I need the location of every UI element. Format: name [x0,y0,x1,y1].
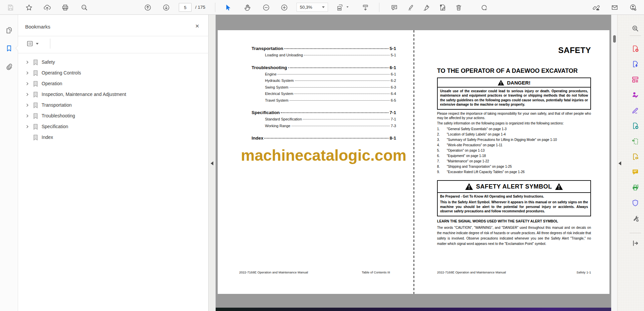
chevron-right-icon[interactable] [25,71,30,75]
chevron-right-icon[interactable] [25,114,30,118]
toc-section-title: Transportation [252,46,283,51]
list-item: 2."Location of Safety Labels" on page 1-… [437,133,591,136]
expand-tools-panel-icon[interactable] [619,161,621,165]
send-for-comments-icon[interactable] [631,152,640,161]
toc-page-number: 6-3 [391,85,396,89]
bookmarks-icon[interactable] [4,44,14,53]
signal-words-paragraph: The words "CAUTION", "WARNING", and "DAN… [437,225,591,247]
document-view: Transportation5-1 Loading and Unloading5… [209,15,611,311]
tools-divider [630,233,641,233]
edit-pdf-icon[interactable] [631,75,640,84]
print-icon[interactable] [61,3,69,12]
bookmark-item-transportation[interactable]: Transportation [18,100,209,111]
bookmark-label: Operation [42,81,62,86]
create-pdf-icon[interactable] [631,44,640,53]
bookmark-item-operating-controls[interactable]: Operating Controls [18,68,209,79]
share-link-icon[interactable] [592,3,600,12]
footer-manual-title: 2022-7168E Operation and Maintenance Man… [239,270,308,274]
bookmark-item-specification[interactable]: Specification [18,121,209,132]
attachments-icon[interactable] [4,62,14,71]
zoom-out-icon[interactable] [262,3,270,12]
search-icon[interactable] [80,3,89,12]
comment-icon[interactable] [390,3,398,12]
page-number-input[interactable] [179,3,192,12]
chevron-right-icon[interactable] [25,60,30,64]
trash-icon[interactable] [454,3,463,12]
save-icon[interactable] [6,3,15,12]
page-scrolling-icon[interactable] [361,3,370,12]
bookmark-options-icon[interactable] [26,40,34,47]
highlight-icon[interactable] [406,3,415,12]
footer-page-label: Table of Contents III [362,270,390,274]
zoom-in-icon[interactable] [280,3,288,12]
protect-icon[interactable] [631,199,640,207]
top-toolbar: / 175 50,3% [0,0,644,15]
star-icon[interactable] [24,3,33,12]
warning-triangle-icon [465,183,473,190]
list-item: 8."Shipping and Transportation" on page … [437,165,591,168]
danger-box: DANGER! Unsafe use of the excavator coul… [437,77,591,110]
email-icon[interactable] [610,3,619,12]
toc-page-number: 5-1 [389,46,396,51]
request-signatures-icon[interactable] [631,91,640,99]
close-icon[interactable]: ✕ [194,23,201,30]
page-separator [414,30,414,294]
bookmark-item-operation[interactable]: Operation [18,79,209,89]
left-nav-rail [0,15,18,311]
panel-divider [18,36,209,36]
comments-icon[interactable] [631,168,640,176]
bookmark-icon [33,70,38,76]
bookmark-icon [33,102,38,108]
options-separator [50,39,50,49]
next-page-icon[interactable] [162,3,170,12]
alert-box-body: This is the Safety Alert Symbol. Whereve… [440,200,588,213]
select-tool-icon[interactable] [223,3,232,12]
vertical-scrollbar[interactable] [611,15,617,311]
export-pdf-icon[interactable] [631,60,640,68]
bookmarks-list: Safety Operating Controls Operation Insp… [18,57,209,143]
toc-page-number: 6-5 [391,98,396,102]
signature-icon[interactable] [422,3,431,12]
hand-tool-icon[interactable] [243,3,252,12]
bookmark-label: Transportation [42,102,72,108]
page-thumbnails-icon[interactable] [4,25,14,35]
toc-page-number: 8-1 [389,136,396,141]
chevron-right-icon[interactable] [25,82,30,86]
share-file-icon[interactable] [631,121,640,130]
bookmark-item-inspection-maintenance[interactable]: Inspection, Maintenance and Adjustment [18,89,209,100]
rotate-pages-icon[interactable] [480,3,488,12]
fit-options-caret-icon[interactable] [346,6,348,8]
page-total-label: / 175 [195,0,205,15]
zoom-level-value: 50,3% [300,5,322,10]
fit-width-icon[interactable] [335,3,344,12]
more-tools-icon[interactable] [631,214,640,223]
acrobat-window: / 175 50,3% [0,0,644,311]
scan-ocr-icon[interactable] [631,183,640,192]
list-item: 1."General Safety Essentials" on page 1-… [437,127,591,131]
bookmark-item-troubleshooting[interactable]: Troubleshooting [18,111,209,121]
collapse-bookmarks-icon[interactable] [211,161,213,165]
bookmark-item-index[interactable]: Index [18,132,209,143]
chevron-right-icon[interactable] [25,124,30,129]
toc-page-number: 7-1 [389,110,396,115]
bookmark-icon [33,135,38,141]
share-upload-icon[interactable] [43,3,51,12]
fill-sign-icon[interactable] [631,106,640,115]
tools-divider [630,36,641,36]
options-caret-icon[interactable] [36,43,39,45]
edit-page-icon[interactable] [438,3,447,12]
bookmark-item-safety[interactable]: Safety [18,57,209,68]
add-user-icon[interactable] [629,3,637,12]
list-item: 4."Work-site Precautions" on page 1-11 [437,143,591,147]
expand-panel-icon[interactable] [631,239,640,248]
toc-section-title: Troubleshooting [252,65,287,70]
chevron-right-icon[interactable] [25,103,30,107]
zoom-level-dropdown[interactable]: 50,3% [297,3,328,12]
safety-sections-list: 1."General Safety Essentials" on page 1-… [437,127,591,175]
previous-page-icon[interactable] [143,3,152,12]
marquee-zoom-icon[interactable] [631,24,640,33]
organize-pages-icon[interactable] [631,137,640,146]
bookmark-label: Troubleshooting [42,113,75,118]
scrollbar-thumb[interactable] [613,35,616,43]
chevron-right-icon[interactable] [25,92,30,97]
